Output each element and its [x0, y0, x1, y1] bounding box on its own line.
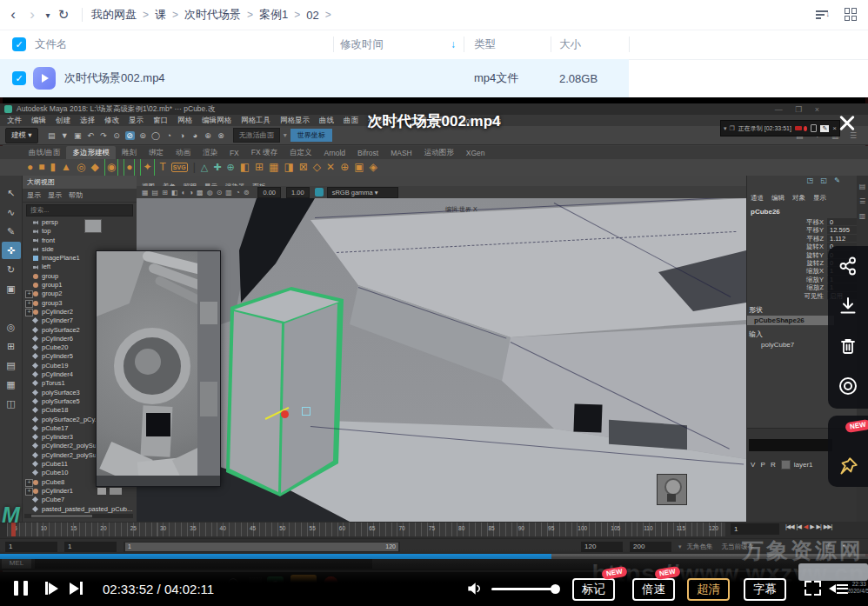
shelf-tool-icon[interactable]: ◨	[284, 159, 293, 176]
shelf-tab[interactable]: XGen	[460, 147, 491, 159]
select-all-checkbox[interactable]: ✓	[12, 37, 26, 51]
outliner-scrollbar[interactable]	[24, 514, 133, 518]
viewport-toolbar-icon[interactable]: ⊚	[244, 189, 250, 196]
shelf-tool-icon[interactable]: ●	[27, 159, 33, 176]
previous-button[interactable]	[45, 582, 58, 595]
back-icon[interactable]: ‹	[3, 6, 23, 23]
channel-attr-row[interactable]: 平移X0	[747, 218, 857, 226]
playback-button[interactable]: |◀◀	[785, 523, 794, 530]
tool-icon[interactable]: ✎	[2, 223, 21, 240]
viewport-toolbar-icon[interactable]: ◑	[189, 189, 193, 196]
tab-strip-icon[interactable]: ▤	[857, 183, 868, 190]
column-type[interactable]: 类型	[474, 37, 496, 52]
shelf-tab[interactable]: 绑定	[143, 146, 170, 160]
outliner-item[interactable]: pCube7	[23, 496, 137, 504]
shelf-tab[interactable]: 运动图形	[418, 146, 460, 160]
status-line-icon[interactable]: ◔	[164, 131, 174, 140]
shelf-tool-icon[interactable]: ◧	[240, 159, 250, 176]
time-slider[interactable]: 5101520253035404550556065707580859095100…	[0, 522, 868, 538]
tab-strip-icon[interactable]: ☰	[857, 197, 868, 205]
ref-window-control[interactable]	[110, 488, 122, 495]
tab-strip-icon[interactable]: ▥	[857, 212, 868, 220]
history-dropdown-icon[interactable]: ▾	[42, 10, 54, 20]
playback-button[interactable]: ▶	[810, 523, 813, 530]
viewport-toolbar-icon[interactable]: ▤	[152, 189, 159, 196]
status-line-icon[interactable]: ⊕	[204, 131, 213, 140]
viewport-toolbar-icon[interactable]: ◍	[207, 189, 213, 196]
channel-box-menu-item[interactable]: 对象	[792, 194, 805, 202]
playback-button[interactable]: ▶▶|	[824, 523, 832, 530]
outliner-item[interactable]: front	[23, 236, 137, 245]
grid-view-icon[interactable]	[845, 8, 858, 21]
status-line-icon[interactable]: ◕	[190, 131, 200, 140]
status-line-icon[interactable]: ◑	[177, 131, 187, 140]
viewport-toolbar-icon[interactable]: ◐	[181, 189, 185, 196]
volume-slider[interactable]	[491, 588, 557, 590]
shelf-tool-icon[interactable]: T	[160, 159, 166, 176]
fullscreen-icon[interactable]	[805, 581, 821, 596]
shelf-tab[interactable]: 自定义	[284, 146, 318, 160]
quality-button[interactable]: 超清	[687, 578, 730, 601]
playback-button[interactable]: ◀	[804, 523, 807, 530]
playback-button[interactable]: ▶|	[817, 523, 821, 530]
outliner-search-input[interactable]: 搜索...	[26, 204, 133, 216]
shelf-tool-icon[interactable]: ◆	[90, 159, 98, 176]
file-row[interactable]: ✓ 次时代场景002.mp4 mp4文件 2.08GB	[0, 59, 629, 97]
layer-row[interactable]: V P R layer1	[751, 460, 813, 469]
breadcrumb-item[interactable]: 案例1	[259, 7, 288, 23]
viewport-toolbar-icon[interactable]: ◔	[236, 189, 240, 196]
column-modified[interactable]: 修改时间	[340, 37, 384, 52]
breadcrumb-item[interactable]: 次时代场景	[184, 7, 241, 23]
viewport-scene[interactable]: 编辑:世界 X	[137, 198, 746, 522]
viewport-toolbar-icon[interactable]: ▥	[225, 189, 232, 196]
status-line-icon[interactable]: ⊙	[112, 131, 122, 140]
shelf-tool-icon[interactable]: ⊕	[340, 159, 349, 176]
shelf-tool-icon[interactable]: ⊕	[226, 159, 234, 176]
download-icon[interactable]	[828, 286, 868, 326]
breadcrumb-item[interactable]: 我的网盘	[91, 7, 137, 23]
tool-icon[interactable]: ▦	[2, 376, 21, 393]
status-line-icon[interactable]: ↷	[99, 131, 109, 140]
share-icon[interactable]	[828, 246, 868, 286]
ref-window-control[interactable]	[97, 488, 106, 495]
mark-button[interactable]: 标记	[572, 578, 615, 601]
shelf-tool-icon[interactable]: ◎	[77, 159, 85, 176]
status-line-icon[interactable]: ⊚	[138, 131, 148, 140]
reference-image-window[interactable]	[96, 250, 221, 487]
manipulator-plane-handle[interactable]	[302, 407, 310, 416]
viewport-toolbar-icon[interactable]: ⊞	[162, 189, 168, 196]
shelf-tool-icon[interactable]: SVG	[171, 163, 188, 172]
column-filename[interactable]: 文件名	[35, 37, 68, 52]
tool-icon[interactable]: ↖	[2, 184, 21, 202]
shelf-tool-icon[interactable]: ✕	[326, 159, 335, 176]
shelf-tool-icon[interactable]: ●	[124, 159, 135, 176]
tool-icon[interactable]: ◫	[2, 395, 21, 412]
status-line-icon[interactable]: ▤	[47, 131, 57, 140]
subtitle-button[interactable]: 字幕	[744, 578, 786, 601]
playback-button[interactable]: |◀	[797, 523, 801, 530]
channel-box-menu-item[interactable]: 显示	[813, 194, 826, 202]
pause-button[interactable]	[14, 581, 28, 599]
status-line-icon[interactable]: ◯	[151, 131, 161, 140]
outliner-menu-item[interactable]: 显示	[48, 191, 62, 199]
status-line-icon[interactable]: ⊗	[217, 131, 226, 140]
breadcrumb-item[interactable]: 课	[155, 7, 166, 23]
channel-box-menu-item[interactable]: 编辑	[771, 194, 785, 202]
shelf-tool-icon[interactable]: ▦	[269, 159, 278, 176]
file-checkbox[interactable]: ✓	[12, 71, 26, 85]
gamma-field[interactable]: 1.00	[286, 187, 310, 198]
shelf-tab[interactable]: MASH	[384, 147, 418, 159]
trash-icon[interactable]	[828, 326, 868, 366]
shelf-tab[interactable]: 曲线/曲面	[23, 146, 66, 160]
volume-icon[interactable]	[465, 580, 483, 597]
shelf-tool-icon[interactable]: ▮	[50, 159, 57, 176]
tool-icon[interactable]: ∿	[2, 203, 21, 221]
shelf-tab[interactable]: Bifrost	[351, 147, 384, 159]
tool-icon[interactable]: ▤	[2, 356, 21, 374]
breadcrumb-item[interactable]: 02	[306, 9, 318, 22]
shelf-tab[interactable]: 渲染	[197, 146, 224, 160]
outliner-item[interactable]: persp	[23, 218, 137, 227]
tool-icon[interactable]	[2, 299, 21, 316]
outliner-item[interactable]: pasted_pasted_pasted_pCub...	[23, 505, 137, 514]
shelf-tool-icon[interactable]: ✚	[213, 159, 221, 176]
